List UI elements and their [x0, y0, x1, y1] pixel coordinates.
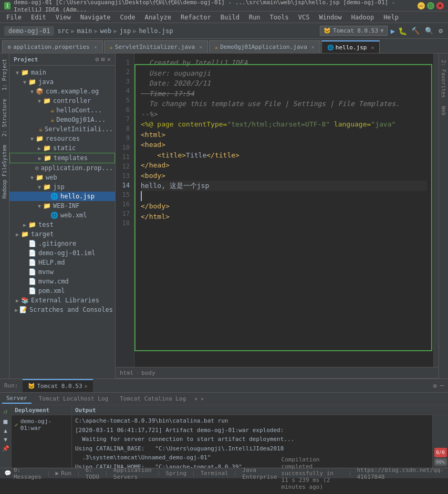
menu-analyze[interactable]: Analyze: [140, 13, 175, 22]
tab-close-app[interactable]: ✕: [311, 44, 315, 50]
tree-item-appprops[interactable]: ▶ ⚙ application.prop...: [9, 163, 115, 173]
tree-item-hellocont[interactable]: ▶ ☕ helloCont...: [9, 106, 115, 115]
tree-item-web[interactable]: ▼ 📁 web: [9, 173, 115, 182]
menu-vcs[interactable]: VCS: [294, 13, 314, 22]
tree-item-servletinitial[interactable]: ▶ ☕ ServletInitiali...: [9, 124, 115, 134]
status-run[interactable]: ▶ Run: [56, 470, 72, 477]
run-tab-tomcat[interactable]: 🐱 Tomcat 8.0.53 ✕: [23, 379, 93, 392]
status-messages[interactable]: 💬 0: Messages: [4, 467, 41, 480]
status-url[interactable]: https://blog.csdn.net/qq-41617848: [357, 467, 444, 480]
tree-item-test[interactable]: ▶ 📁 test: [9, 220, 115, 229]
menu-edit[interactable]: Edit: [27, 13, 50, 22]
tree-item-gitignore[interactable]: ▶ 📄 .gitignore: [9, 239, 115, 248]
tab-demo-app[interactable]: ☕ DemoOgj01Application.java ✕: [209, 40, 320, 53]
tree-item-package[interactable]: ▼ 📦 com.example.og: [9, 87, 115, 96]
search-everywhere-button[interactable]: 🔍: [424, 26, 434, 36]
tree-item-mvnwcmd[interactable]: ▶ 📄 mvnw.cmd: [9, 277, 115, 286]
run-arrow-down[interactable]: ▼: [4, 436, 7, 443]
menu-navigate[interactable]: Navigate: [76, 13, 115, 22]
tree-item-hellojsp[interactable]: ▶ 🌐 hello.jsp: [9, 192, 115, 201]
code-content[interactable]: Created by IntelliJ IDEA. User: ouguangj…: [134, 54, 433, 367]
settings-button[interactable]: ⚙: [437, 26, 444, 36]
favorites-vertical-tab[interactable]: 2: Favorites: [440, 56, 447, 102]
debug-button[interactable]: 🐛: [398, 27, 407, 35]
status-app-servers[interactable]: Application Servers: [113, 467, 152, 480]
tree-item-static[interactable]: ▶ 📁 static: [9, 143, 115, 153]
status-terminal[interactable]: Terminal: [201, 470, 228, 477]
menu-help[interactable]: Help: [379, 13, 403, 22]
run-restart-icon[interactable]: ↺: [4, 407, 8, 415]
status-spring[interactable]: Spring: [165, 470, 186, 477]
tree-item-controller[interactable]: ▼ 📁 controller: [9, 96, 115, 106]
editor-scrollbar[interactable]: [433, 54, 439, 367]
run-subtab-catalina-log[interactable]: Tomcat Catalina Log: [116, 394, 190, 403]
run-arrow-up[interactable]: ▲: [4, 427, 7, 434]
project-name[interactable]: demo-ogj-01: [4, 26, 54, 36]
breadcrumb-src[interactable]: src: [57, 27, 69, 35]
tree-item-resources[interactable]: ▼ 📁 resources: [9, 134, 115, 143]
tree-item-pomxml[interactable]: ▶ 📄 pom.xml: [9, 286, 115, 296]
deploy-item[interactable]: ✔ demo-ogj-01:war: [15, 417, 68, 432]
sidebar-close-icon[interactable]: ✕: [107, 56, 111, 63]
code-editor[interactable]: 1 2 3 4 5 6 7 8 9 10 11 12 13 14 15 16 1: [116, 54, 439, 367]
tree-label-templates: templates: [54, 154, 88, 162]
menu-run[interactable]: Run: [245, 13, 265, 22]
sidebar-expand-icon[interactable]: ⊞: [101, 56, 105, 63]
tab-close-servlet[interactable]: ✕: [199, 44, 202, 50]
tree-item-java[interactable]: ▼ 📁 java: [9, 77, 115, 87]
maximize-button[interactable]: □: [427, 2, 434, 9]
build-button[interactable]: 🔨: [410, 26, 421, 36]
tree-item-iml[interactable]: ▶ 📄 demo-ogj-01.iml: [9, 248, 115, 258]
breadcrumb-main[interactable]: main: [77, 27, 92, 35]
tree-item-extlibs[interactable]: ▶ 📚 External Libraries: [9, 296, 115, 305]
tab-close-props[interactable]: ✕: [94, 44, 97, 50]
run-minimize-icon[interactable]: ─: [440, 382, 444, 390]
tab-servlet-initializer[interactable]: ☕ ServletInitializer.java ✕: [104, 40, 208, 53]
status-java-ent[interactable]: Java Enterprise: [242, 467, 277, 480]
path-html[interactable]: html: [120, 370, 134, 376]
menu-file[interactable]: File: [2, 13, 26, 22]
localhost-log-close[interactable]: ✕: [194, 396, 197, 402]
run-pin-icon[interactable]: 📌: [2, 445, 9, 452]
tree-item-scratches[interactable]: ▶ 📝 Scratches and Consoles: [9, 305, 115, 314]
tree-item-help[interactable]: ▶ 📄 HELP.md: [9, 258, 115, 267]
breadcrumb-jsp[interactable]: jsp: [119, 27, 131, 35]
run-subtab-localhost-log[interactable]: Tomcat Localhost Log: [35, 394, 112, 403]
run-stop-icon[interactable]: ■: [4, 417, 8, 425]
run-tab-close[interactable]: ✕: [85, 383, 88, 389]
web-vertical-tab[interactable]: Web: [440, 102, 447, 120]
menu-refactor[interactable]: Refactor: [176, 13, 215, 22]
structure-vertical-tab[interactable]: 2: Structure: [1, 94, 8, 141]
menu-code[interactable]: Code: [116, 13, 140, 22]
tab-close-jsp[interactable]: ✕: [371, 45, 374, 50]
tree-item-templates[interactable]: ▶ 📁 templates: [9, 153, 115, 163]
menu-tools[interactable]: Tools: [266, 13, 293, 22]
hadoop-vertical-tab[interactable]: Hadoop FileSystem: [1, 141, 8, 203]
run-button[interactable]: ▶: [391, 27, 395, 35]
run-settings-icon[interactable]: ⚙: [433, 382, 437, 390]
menu-hadoop[interactable]: Hadoop: [347, 13, 378, 22]
menu-window[interactable]: Window: [315, 13, 346, 22]
tree-item-target[interactable]: ▶ 📁 target: [9, 229, 115, 239]
tomcat-selector[interactable]: 🐱 Tomcat 8.0.53 ▼: [320, 26, 388, 36]
minimize-button[interactable]: ─: [418, 2, 425, 9]
tree-item-webinf[interactable]: ▼ 📁 WEB-INF: [9, 201, 115, 211]
tree-item-webxml[interactable]: ▶ 🌐 web.xml: [9, 211, 115, 220]
tree-item-main[interactable]: ▼ 📁 main: [9, 68, 115, 77]
close-button[interactable]: ✕: [436, 2, 444, 9]
menu-build[interactable]: Build: [216, 13, 244, 22]
sidebar-gear-icon[interactable]: ⚙: [95, 56, 99, 63]
status-todo[interactable]: 6: TODO: [86, 467, 100, 480]
path-body[interactable]: body: [141, 370, 155, 376]
tab-hello-jsp[interactable]: 🌐 hello.jsp ✕: [321, 40, 380, 53]
run-subtab-server[interactable]: Server: [2, 394, 32, 404]
tree-item-jsp[interactable]: ▼ 📁 jsp: [9, 182, 115, 192]
menu-view[interactable]: View: [51, 13, 75, 22]
catalina-log-close[interactable]: ✕: [201, 396, 204, 402]
breadcrumb-file[interactable]: hello.jsp: [139, 27, 173, 35]
project-vertical-tab[interactable]: 1: Project: [1, 55, 8, 94]
tree-item-demoapp[interactable]: ▶ ☕ DemoOgj01A...: [9, 115, 115, 124]
breadcrumb-web[interactable]: web: [100, 27, 112, 35]
tab-application-properties[interactable]: ⚙ application.properties ✕: [2, 40, 103, 53]
tree-item-mvnw[interactable]: ▶ 📄 mvnw: [9, 267, 115, 277]
